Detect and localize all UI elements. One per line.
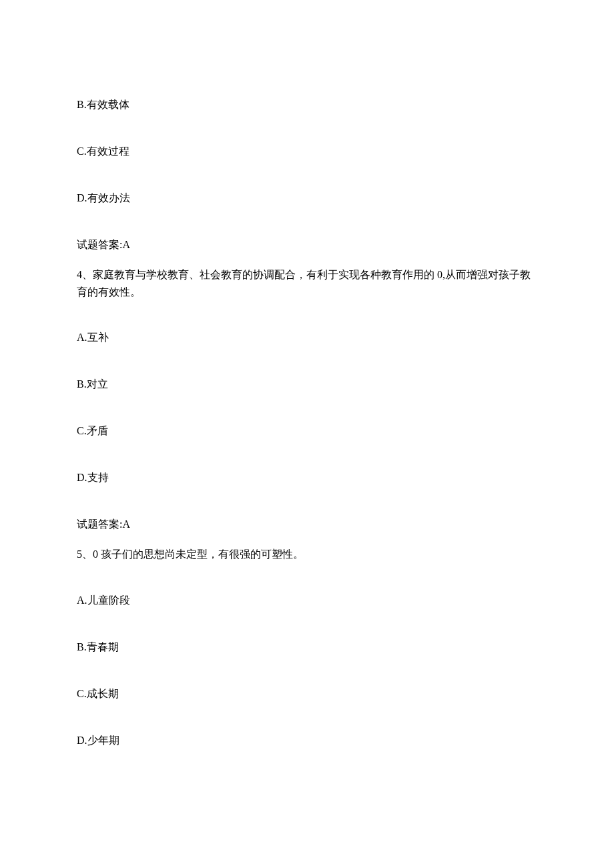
q4-option-c: C.矛盾 <box>77 423 537 439</box>
q3-option-b: B.有效载体 <box>77 97 537 113</box>
q5-question-text: 5、0 孩子们的思想尚未定型，有很强的可塑性。 <box>77 546 537 563</box>
q3-option-c: C.有效过程 <box>77 143 537 159</box>
q4-option-a: A.互补 <box>77 330 537 346</box>
q3-option-d: D.有效办法 <box>77 190 537 206</box>
q3-answer: 试题答案:A <box>77 237 537 253</box>
q4-answer: 试题答案:A <box>77 516 537 532</box>
q5-option-b: B.青春期 <box>77 639 537 655</box>
q4-option-d: D.支持 <box>77 470 537 486</box>
q5-option-c: C.成长期 <box>77 686 537 702</box>
q4-option-b: B.对立 <box>77 376 537 392</box>
q4-question-text: 4、家庭教育与学校教育、社会教育的协调配合，有利于实现各种教育作用的 0,从而增… <box>77 266 537 300</box>
q5-option-a: A.儿童阶段 <box>77 592 537 608</box>
q5-option-d: D.少年期 <box>77 733 537 749</box>
